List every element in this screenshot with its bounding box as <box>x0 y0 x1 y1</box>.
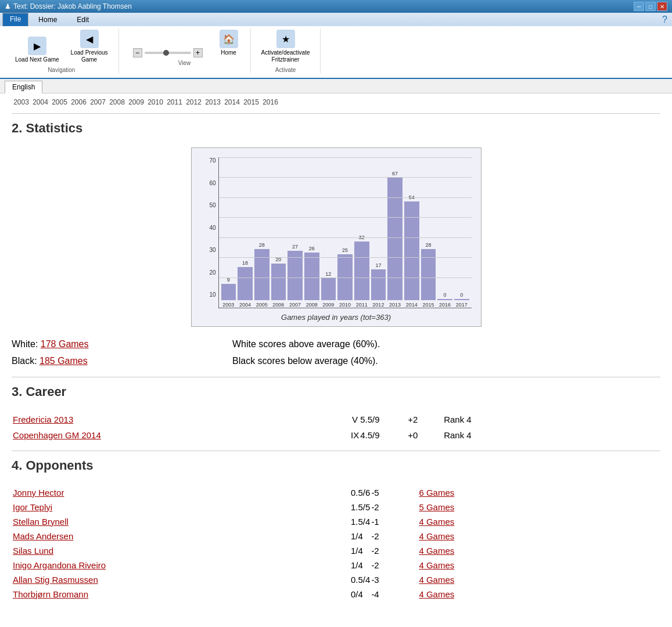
zoom-slider[interactable] <box>145 52 191 54</box>
career-rank-1: Rank 4 <box>444 428 659 442</box>
tab-file[interactable]: File <box>2 13 28 27</box>
bar-2004-rect <box>238 267 253 300</box>
career-diff-1: +0 <box>408 428 443 442</box>
bar-2006-rect <box>271 264 286 300</box>
opp-name-7[interactable]: Thorbjørn Bromann <box>13 588 245 601</box>
maximize-button[interactable]: □ <box>645 2 656 11</box>
table-row: Silas Lund 1/4 -2 4 Games <box>13 544 659 557</box>
chart-caption: Games played in years (tot=363) <box>201 313 472 322</box>
opp-games-2[interactable]: 4 Games <box>419 515 659 528</box>
opp-name-2[interactable]: Stellan Brynell <box>13 515 245 528</box>
y-20: 20 <box>201 269 218 276</box>
grid-40 <box>219 217 472 218</box>
activate-group-label: Activate <box>275 67 296 73</box>
opp-name-1[interactable]: Igor Teplyi <box>13 500 245 514</box>
black-stats: Black: 185 Games <box>12 353 232 370</box>
activate-items: ★ Activate/deactivateFritztrainer <box>258 28 314 64</box>
help-icon[interactable]: ? <box>662 15 667 25</box>
grid-60 <box>219 177 472 178</box>
bar-2007-rect <box>288 251 303 300</box>
minimize-button[interactable]: ─ <box>634 2 644 11</box>
window-title: Text: Dossier: Jakob Aabling Thomsen <box>13 2 132 10</box>
main-content: 2003 2004 2005 2006 2007 2008 2009 2010 … <box>0 93 672 627</box>
y-60: 60 <box>201 180 218 186</box>
opp-diff-6: -3 <box>371 573 418 586</box>
opp-games-7[interactable]: 4 Games <box>419 588 659 601</box>
career-score-1: 4.5/9 <box>360 428 407 442</box>
white-games-link[interactable]: 178 Games <box>41 339 89 349</box>
bar-2006: 20 2006 <box>271 257 286 308</box>
tab-edit[interactable]: Edit <box>67 13 99 26</box>
load-next-icon: ▶ <box>28 37 46 55</box>
opp-games-4[interactable]: 4 Games <box>419 544 659 557</box>
bar-2014-rect <box>404 201 419 300</box>
career-roman-0: V <box>130 412 359 427</box>
stats-panel: White: 178 Games White scores above aver… <box>12 336 660 370</box>
table-row: Stellan Brynell 1.5/4 -1 4 Games <box>13 515 659 528</box>
opp-name-4[interactable]: Silas Lund <box>13 544 245 557</box>
chart-inner: 70 60 50 40 30 20 10 <box>201 157 472 308</box>
opp-games-6[interactable]: 4 Games <box>419 573 659 586</box>
career-link-1[interactable]: Copenhagen GM 2014 <box>13 428 129 442</box>
career-link-0[interactable]: Fredericia 2013 <box>13 412 129 427</box>
title-bar-left: ♟ Text: Dossier: Jakob Aabling Thomsen <box>5 2 132 10</box>
career-score-0: 5.5/9 <box>360 412 407 427</box>
section2-separator <box>12 113 660 114</box>
home-button[interactable]: 🏠 Home <box>214 28 243 57</box>
fritztrainer-icon: ★ <box>276 30 295 48</box>
bar-2005: 28 2005 <box>254 242 269 308</box>
opp-name-0[interactable]: Jonny Hector <box>13 486 245 499</box>
table-row: Jonny Hector 0.5/6 -5 6 Games <box>13 486 659 499</box>
y-70: 70 <box>201 157 218 164</box>
bar-2015: 28 2015 <box>421 242 436 308</box>
opp-games-5[interactable]: 4 Games <box>419 558 659 572</box>
zoom-out-button[interactable]: − <box>133 48 142 57</box>
opp-games-1[interactable]: 5 Games <box>419 500 659 514</box>
bar-2015-rect <box>421 249 436 300</box>
lang-tab-english[interactable]: English <box>5 81 42 93</box>
section4-separator <box>12 451 660 451</box>
opp-games-3[interactable]: 4 Games <box>419 529 659 543</box>
opp-score-5: 1/4 <box>246 558 370 572</box>
table-row: Allan Stig Rasmussen 0.5/4 -3 4 Games <box>13 573 659 586</box>
black-games-link[interactable]: 185 Games <box>39 356 88 366</box>
opp-name-3[interactable]: Mads Andersen <box>13 529 245 543</box>
load-next-game-button[interactable]: ▶ Load Next Game <box>12 35 63 64</box>
app-icon: ♟ <box>5 2 11 10</box>
opp-diff-3: -2 <box>371 529 418 543</box>
bar-2011-rect <box>354 242 369 300</box>
tab-home[interactable]: Home <box>28 13 67 26</box>
opp-name-6[interactable]: Allan Stig Rasmussen <box>13 573 245 586</box>
zoom-in-button[interactable]: + <box>193 48 203 57</box>
y-10: 10 <box>201 291 218 298</box>
black-score-text: Black scores below average (40%). <box>232 353 660 370</box>
opp-diff-0: -5 <box>371 486 418 499</box>
opp-diff-2: -1 <box>371 515 418 528</box>
ribbon-group-activate: ★ Activate/deactivateFritztrainer Activa… <box>251 28 321 73</box>
table-row: Copenhagen GM 2014 IX 4.5/9 +0 Rank 4 <box>13 428 659 442</box>
zoom-control: − + <box>126 48 210 57</box>
section3-separator <box>12 377 660 377</box>
load-prev-game-button[interactable]: ◀ Load PreviousGame <box>67 28 112 64</box>
view-items: − + 🏠 Home <box>126 28 243 57</box>
chart-container: 70 60 50 40 30 20 10 <box>191 147 481 327</box>
bar-2010: 25 2010 <box>337 247 353 308</box>
grid-30 <box>219 237 472 238</box>
close-button[interactable]: ✕ <box>657 2 667 11</box>
opp-name-5[interactable]: Inigo Argandona Riveiro <box>13 558 245 572</box>
opp-score-7: 0/4 <box>246 588 370 601</box>
bar-2004: 18 2004 <box>238 260 253 308</box>
opp-games-0[interactable]: 6 Games <box>419 486 659 499</box>
year-2009: 2009 <box>127 98 146 106</box>
bar-2014: 54 2014 <box>404 194 419 308</box>
lang-tab-bar: English <box>0 79 672 93</box>
load-prev-label: Load PreviousGame <box>71 49 108 63</box>
activate-fritztrainer-button[interactable]: ★ Activate/deactivateFritztrainer <box>258 28 314 64</box>
bar-2010-rect <box>337 254 353 300</box>
year-2004: 2004 <box>31 98 50 106</box>
year-timeline: 2003 2004 2005 2006 2007 2008 2009 2010 … <box>12 98 660 106</box>
year-2007: 2007 <box>88 98 107 106</box>
table-row: Mads Andersen 1/4 -2 4 Games <box>13 529 659 543</box>
opp-score-6: 0.5/4 <box>246 573 370 586</box>
bar-2013: 67 2013 <box>387 171 403 308</box>
